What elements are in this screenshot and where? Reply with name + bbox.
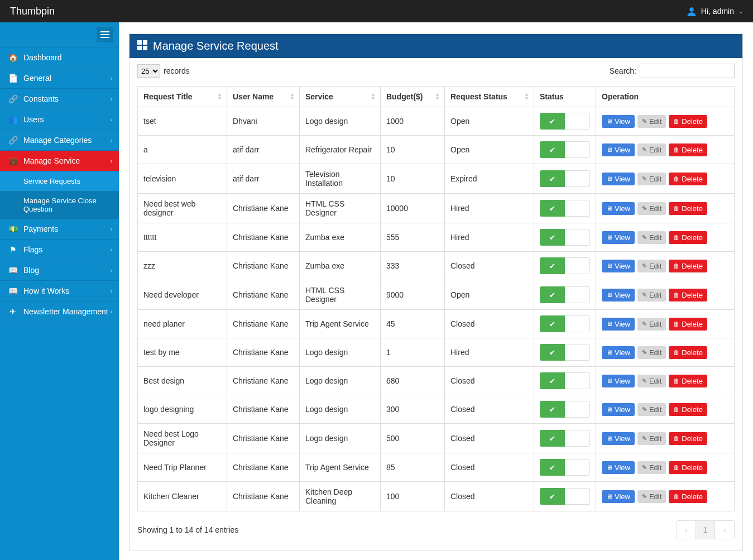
view-button[interactable]: 🖥View [602,231,635,244]
column-header-budget-[interactable]: Budget($)▲▼ [381,87,445,107]
sidebar-item-manage-service[interactable]: 💼Manage Service‹ [0,151,119,171]
cell-budget: 1000 [381,107,445,136]
view-button[interactable]: 🖥View [602,403,635,416]
delete-button[interactable]: 🗑Delete [669,346,707,359]
delete-button[interactable]: 🗑Delete [669,318,707,331]
view-button[interactable]: 🖥View [602,375,635,387]
edit-button[interactable]: ✎Edit [637,375,666,387]
view-button[interactable]: 🖥View [602,143,635,156]
user-menu[interactable]: Hi, admin ⌄ [687,6,743,16]
edit-button[interactable]: ✎Edit [637,318,666,331]
sidebar-item-users[interactable]: 👥Users‹ [0,109,119,130]
status-toggle[interactable]: ✔ [540,344,590,361]
status-toggle[interactable]: ✔ [540,257,590,274]
pencil-icon: ✎ [642,205,647,212]
edit-button[interactable]: ✎Edit [637,260,666,272]
status-toggle[interactable]: ✔ [540,141,590,158]
sidebar-item-label: Users [23,115,44,124]
sidebar-item-label: Newsletter Management [23,307,108,316]
view-button[interactable]: 🖥View [602,289,635,301]
pagination-prev[interactable]: ‹ [677,521,696,539]
edit-button[interactable]: ✎Edit [637,432,666,445]
sidebar-item-newsletter-management[interactable]: ✈Newsletter Management‹ [0,301,119,322]
table-row: logo designingChristiane KaneLogo design… [138,395,735,424]
edit-button[interactable]: ✎Edit [637,202,666,215]
edit-button[interactable]: ✎Edit [637,173,666,185]
pagination-next[interactable]: › [715,521,734,539]
column-header-request-status[interactable]: Request Status▲▼ [445,87,534,107]
delete-button[interactable]: 🗑Delete [669,375,707,387]
view-button[interactable]: 🖥View [602,173,635,185]
status-toggle[interactable]: ✔ [540,200,590,217]
pagination-page-1[interactable]: 1 [696,521,715,539]
status-toggle[interactable]: ✔ [540,372,590,389]
delete-button[interactable]: 🗑Delete [669,490,707,503]
delete-button[interactable]: 🗑Delete [669,260,707,272]
sidebar-subitem-manage-service-close-question[interactable]: Manage Service Close Question [0,191,119,219]
view-button[interactable]: 🖥View [602,432,635,445]
status-toggle[interactable]: ✔ [540,170,590,187]
edit-button[interactable]: ✎Edit [637,461,666,474]
view-button[interactable]: 🖥View [602,490,635,503]
cell-operation: 🖥View✎Edit🗑Delete [596,424,735,453]
status-toggle[interactable]: ✔ [540,113,590,130]
hamburger-icon[interactable] [97,27,113,42]
sidebar-item-payments[interactable]: 💵Payments‹ [0,219,119,240]
delete-button[interactable]: 🗑Delete [669,403,707,416]
cell-service: Television Installation [300,164,381,194]
delete-button[interactable]: 🗑Delete [669,289,707,301]
view-button[interactable]: 🖥View [602,346,635,359]
status-toggle[interactable]: ✔ [540,430,590,447]
sidebar-item-label: How it Works [23,286,69,295]
edit-button[interactable]: ✎Edit [637,289,666,301]
view-button[interactable]: 🖥View [602,115,635,128]
status-toggle[interactable]: ✔ [540,286,590,303]
delete-button[interactable]: 🗑Delete [669,461,707,474]
view-button[interactable]: 🖥View [602,202,635,215]
view-button[interactable]: 🖥View [602,461,635,474]
delete-button[interactable]: 🗑Delete [669,173,707,185]
status-toggle[interactable]: ✔ [540,488,590,505]
sort-icon: ▲▼ [524,93,529,100]
delete-button[interactable]: 🗑Delete [669,432,707,445]
view-button[interactable]: 🖥View [602,260,635,272]
sidebar-item-general[interactable]: 📄General‹ [0,68,119,89]
view-button[interactable]: 🖥View [602,318,635,331]
pencil-icon: ✎ [642,377,647,385]
sidebar-item-blog[interactable]: 📖Blog‹ [0,260,119,281]
edit-button[interactable]: ✎Edit [637,115,666,128]
edit-button[interactable]: ✎Edit [637,403,666,416]
edit-button[interactable]: ✎Edit [637,231,666,244]
status-toggle[interactable]: ✔ [540,229,590,246]
status-toggle[interactable]: ✔ [540,401,590,418]
column-header-request-title[interactable]: Request Title▲▼ [138,87,227,107]
edit-button[interactable]: ✎Edit [637,490,666,503]
status-toggle[interactable]: ✔ [540,315,590,332]
edit-button[interactable]: ✎Edit [637,143,666,156]
chevron-left-icon: ‹ [111,117,112,123]
search-input[interactable] [640,64,735,78]
cell-user: Christiane Kane [227,338,300,367]
sidebar-item-flags[interactable]: ⚑Flags‹ [0,240,119,260]
delete-button[interactable]: 🗑Delete [669,202,707,215]
sidebar-item-how-it-works[interactable]: 📖How it Works‹ [0,281,119,301]
sort-icon: ▲▼ [371,93,376,100]
sidebar-subitem-service-requests[interactable]: Service Requests [0,171,119,191]
sidebar-item-manage-categories[interactable]: 🔗Manage Categories‹ [0,130,119,151]
column-header-service[interactable]: Service▲▼ [300,87,381,107]
table-row: aatif darrRefrigerator Repair10Open✔🖥Vie… [138,136,735,164]
delete-button[interactable]: 🗑Delete [669,115,707,128]
desktop-icon: 🖥 [606,291,612,298]
desktop-icon: 🖥 [606,234,612,241]
delete-button[interactable]: 🗑Delete [669,231,707,244]
sidebar-item-constants[interactable]: 🔗Constants‹ [0,89,119,109]
records-select[interactable]: 25 [137,64,160,78]
sidebar-item-dashboard[interactable]: 🏠Dashboard [0,47,119,68]
status-toggle[interactable]: ✔ [540,459,590,476]
edit-button[interactable]: ✎Edit [637,346,666,359]
delete-button[interactable]: 🗑Delete [669,143,707,156]
column-header-user-name[interactable]: User Name▲▼ [227,87,300,107]
cell-reqstatus: Expired [445,164,534,194]
cell-status: ✔ [534,395,596,424]
cell-budget: 1 [381,338,445,367]
